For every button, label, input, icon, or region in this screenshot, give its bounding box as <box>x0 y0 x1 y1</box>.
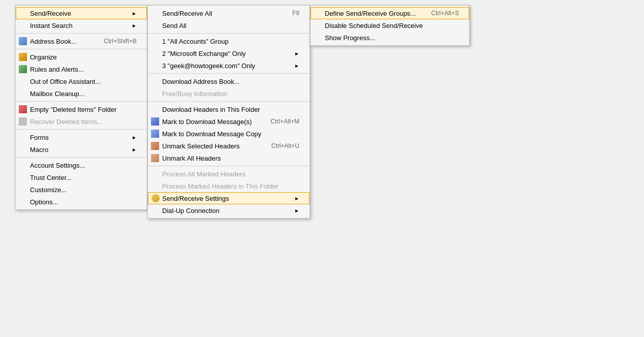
menu-item-customize[interactable]: Customize... <box>16 183 147 196</box>
submenu-arrow-icon: ► <box>289 51 299 56</box>
send-receive-submenu: Send/Receive All F9 Send All 1 "All Acco… <box>147 5 310 219</box>
menu-item-instant-search[interactable]: Instant Search ► <box>16 19 147 32</box>
menu-item-mailbox-cleanup[interactable]: Mailbox Cleanup... <box>16 87 147 100</box>
unmark-all-icon <box>149 154 161 162</box>
menu-item-download-address-book[interactable]: Download Address Book... <box>148 75 310 87</box>
menu-item-send-all[interactable]: Send All <box>148 19 310 32</box>
menu-container: Send/Receive ► Instant Search ► Address … <box>15 5 470 219</box>
tools-menu: Send/Receive ► Instant Search ► Address … <box>15 5 147 210</box>
submenu-arrow-icon: ► <box>127 23 137 28</box>
menu-item-macro[interactable]: Macro ► <box>16 143 147 156</box>
menu-item-exchange-only[interactable]: 2 "Microsoft Exchange" Only ► <box>148 47 310 59</box>
separator <box>148 166 310 166</box>
menu-item-options[interactable]: Options... <box>16 196 147 208</box>
separator <box>148 33 310 34</box>
menu-item-forms[interactable]: Forms ► <box>16 131 147 143</box>
menu-item-mark-download[interactable]: Mark to Download Message(s) Ctrl+Alt+M <box>148 115 310 128</box>
mark-copy-icon <box>149 130 161 138</box>
mark-dl-icon <box>149 117 161 126</box>
separator <box>148 101 310 102</box>
address-book-icon <box>17 37 28 45</box>
unmark-icon <box>149 142 161 150</box>
menu-item-out-of-office[interactable]: Out of Office Assistant... <box>16 75 147 87</box>
menu-item-empty-deleted[interactable]: Empty "Deleted Items" Folder <box>16 103 147 115</box>
menu-item-all-accounts[interactable]: 1 "All Accounts" Group <box>148 35 310 47</box>
empty-folder-icon <box>17 105 28 113</box>
menu-item-recover-deleted: Recover Deleted Items... <box>16 115 147 128</box>
submenu-arrow-icon: ► <box>289 208 299 213</box>
separator <box>16 157 147 158</box>
submenu-arrow-icon: ► <box>127 135 137 140</box>
separator <box>16 49 147 49</box>
menu-item-unmark-selected[interactable]: Unmark Selected Headers Ctrl+Alt+U <box>148 140 310 152</box>
menu-item-address-book[interactable]: Address Book... Ctrl+Shift+B <box>16 35 147 47</box>
menu-item-account-settings[interactable]: Account Settings... <box>16 159 147 171</box>
menu-item-process-all-marked: Process All Marked Headers <box>148 168 310 180</box>
menu-item-trust-center[interactable]: Trust Center... <box>16 171 147 183</box>
menu-item-download-headers[interactable]: Download Headers in This Folder <box>148 103 310 115</box>
menu-item-rules-alerts[interactable]: Rules and Alerts... <box>16 63 147 75</box>
menu-item-send-receive-all[interactable]: Send/Receive All F9 <box>148 7 310 19</box>
menu-item-dial-up-connection[interactable]: Dial-Up Connection ► <box>148 204 310 217</box>
submenu-arrow-icon: ► <box>127 11 137 16</box>
separator <box>16 129 147 130</box>
rules-icon <box>17 65 28 73</box>
submenu-arrow-icon: ► <box>127 147 137 152</box>
menu-item-show-progress[interactable]: Show Progress... <box>311 32 469 44</box>
submenu-arrow-icon: ► <box>289 196 299 201</box>
organize-icon <box>17 53 28 61</box>
menu-item-define-groups[interactable]: Define Send/Receive Groups... Ctrl+Alt+S <box>311 7 469 19</box>
separator <box>16 33 147 34</box>
send-receive-settings-submenu: Define Send/Receive Groups... Ctrl+Alt+S… <box>310 5 470 46</box>
menu-item-mark-download-copy[interactable]: Mark to Download Message Copy <box>148 128 310 140</box>
menu-item-free-busy: Free/Busy Information <box>148 87 310 100</box>
menu-item-send-receive[interactable]: Send/Receive ► <box>16 7 147 19</box>
menu-item-process-marked-folder: Process Marked Headers in This Folder <box>148 180 310 192</box>
submenu-arrow-icon: ► <box>289 63 299 69</box>
send-receive-settings-icon <box>150 194 161 202</box>
menu-item-disable-scheduled[interactable]: Disable Scheduled Send/Receive <box>311 19 469 32</box>
menu-item-unmark-all[interactable]: Unmark All Headers <box>148 152 310 164</box>
menu-item-organize[interactable]: Organize <box>16 51 147 63</box>
menu-item-geek-only[interactable]: 3 "geek@howtogeek.com" Only ► <box>148 59 310 72</box>
separator <box>148 73 310 74</box>
recover-icon <box>17 117 28 126</box>
separator <box>16 101 147 102</box>
menu-item-send-receive-settings[interactable]: Send/Receive Settings ► <box>148 192 310 204</box>
